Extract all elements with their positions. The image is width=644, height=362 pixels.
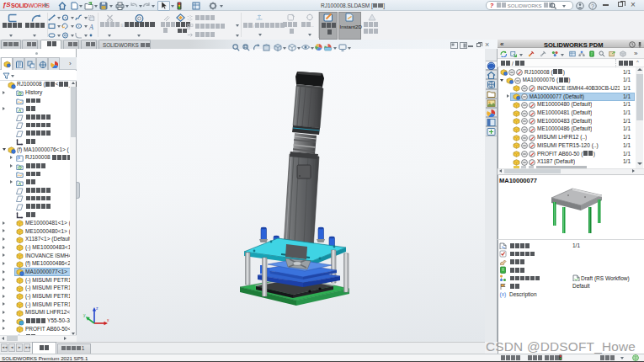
svg-text:x: x (107, 317, 109, 322)
svg-text:y: y (83, 312, 86, 317)
svg-text:?: ? (591, 3, 594, 8)
svg-text:A: A (88, 24, 93, 30)
svg-text:z: z (96, 307, 98, 311)
svg-text:(x): (x) (500, 291, 507, 298)
